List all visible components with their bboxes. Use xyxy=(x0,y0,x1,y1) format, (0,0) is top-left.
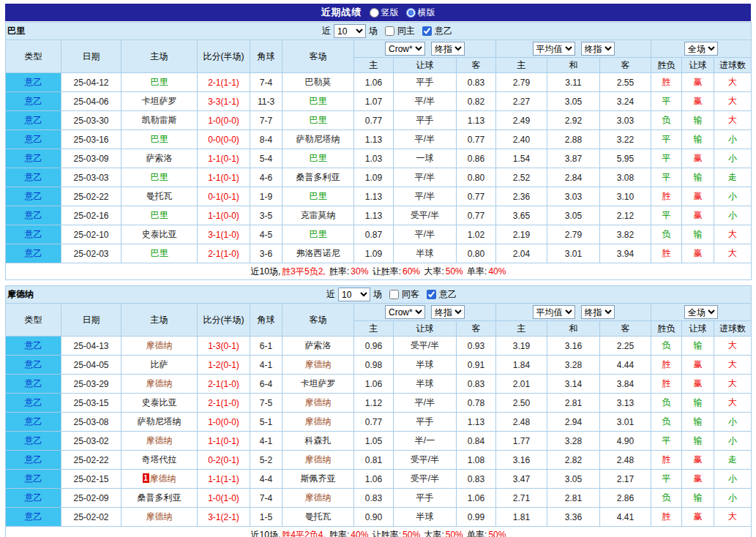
corner-cell: 4-6 xyxy=(250,168,282,187)
layout-vertical-radio[interactable] xyxy=(370,8,379,18)
result-outcome-cell: 负 xyxy=(651,394,682,413)
odds-cell: 1.02 xyxy=(457,225,496,244)
match-row: 意乙25-02-22奇塔代拉0-2(0-1)5-2摩德纳0.81受平/半1.08… xyxy=(6,451,752,470)
odds-cell: 平手 xyxy=(394,489,457,508)
league-cell: 意乙 xyxy=(6,168,61,187)
average-stage-select[interactable]: 终指 xyxy=(581,305,615,319)
summary-segment: 让胜率: xyxy=(370,266,401,277)
home-team-cell: 巴里 xyxy=(121,168,198,187)
home-team-name: 萨勒尼塔纳 xyxy=(138,416,181,427)
away-team-name: 摩德纳 xyxy=(305,397,332,408)
average-stage-select[interactable]: 终指 xyxy=(581,42,615,56)
column-header: 主场 xyxy=(121,40,198,73)
bookmaker-select[interactable]: Crow* xyxy=(385,42,425,56)
date-cell: 25-04-13 xyxy=(61,337,121,356)
result-outcome-cell: 平 xyxy=(651,149,682,168)
odds-cell: 平/半 xyxy=(394,92,457,111)
odds-cell: 3.13 xyxy=(600,394,651,413)
result-goals-cell: 小 xyxy=(714,130,752,149)
result-outcome-cell: 胜 xyxy=(651,187,682,206)
layout-vertical-option[interactable]: 竖版 xyxy=(370,7,399,19)
home-team-name: 巴里 xyxy=(151,210,168,220)
result-handicap-cell: 赢 xyxy=(682,451,714,470)
league-cell: 意乙 xyxy=(6,92,61,111)
bookmaker-select[interactable]: Crow* xyxy=(385,305,425,319)
odds-cell: 0.78 xyxy=(457,394,496,413)
odds-cell: 3.11 xyxy=(547,73,600,92)
summary-segment: 大率: xyxy=(422,266,444,277)
result-outcome-cell: 负 xyxy=(651,337,682,356)
away-team-cell: 巴里 xyxy=(282,149,354,168)
home-team-name: 巴里 xyxy=(151,248,168,258)
odds-cell: 2.79 xyxy=(547,225,600,244)
away-team-cell: 摩德纳 xyxy=(282,489,354,508)
result-goals-cell: 大 xyxy=(714,225,752,244)
score-cell: 2-1(1-0) xyxy=(198,394,250,413)
near-label: 近 xyxy=(322,25,331,37)
column-header: 主 xyxy=(496,58,547,73)
home-team-cell: 萨索洛 xyxy=(121,149,198,168)
home-team-cell: 摩德纳 xyxy=(121,432,198,451)
league-filter-checkbox[interactable] xyxy=(427,290,436,299)
league-filter-checkbox[interactable] xyxy=(422,26,432,36)
layout-horizontal-radio[interactable] xyxy=(406,8,416,18)
odds-cell: 半球 xyxy=(394,375,457,394)
bookmaker-stage-select[interactable]: 终指 xyxy=(431,42,465,56)
odds-cell: 平/半 xyxy=(394,168,457,187)
home-team-cell: 巴里 xyxy=(121,73,198,92)
average-select[interactable]: 平均值 xyxy=(533,42,575,56)
corner-cell: 7-5 xyxy=(250,394,282,413)
same-venue-checkbox[interactable] xyxy=(385,26,394,36)
match-row: 意乙25-03-16巴里0-0(0-0)8-4萨勒尼塔纳1.13平/半0.772… xyxy=(6,130,752,149)
league-cell: 意乙 xyxy=(6,375,61,394)
away-team-cell: 克雷莫纳 xyxy=(282,206,354,225)
home-team-cell: 萨勒尼塔纳 xyxy=(121,413,198,432)
odds-cell: 0.96 xyxy=(354,337,394,356)
corner-cell: 11-3 xyxy=(250,92,282,111)
date-cell: 25-03-03 xyxy=(61,168,121,187)
recent-count-select[interactable]: 10 xyxy=(334,24,366,38)
average-select[interactable]: 平均值 xyxy=(533,305,575,319)
column-header: 和 xyxy=(547,58,600,73)
odds-cell: 0.80 xyxy=(457,168,496,187)
odds-cell: 平手 xyxy=(394,111,457,130)
near-label: 近 xyxy=(326,288,335,301)
match-row: 意乙25-04-12巴里2-1(1-1)7-4巴勒莫1.06平手0.832.79… xyxy=(6,73,752,92)
corner-cell: 7-4 xyxy=(250,489,282,508)
bookmaker-stage-select[interactable]: 终指 xyxy=(431,305,465,319)
odds-cell: 0.77 xyxy=(354,413,394,432)
odds-cell: 1.06 xyxy=(354,73,394,92)
recent-count-select[interactable]: 10 xyxy=(338,288,370,301)
odds-cell: 一球 xyxy=(394,149,457,168)
match-row: 意乙25-03-02摩德纳1-1(0-1)4-1科森扎1.05半/一0.841.… xyxy=(6,432,752,451)
away-team-cell: 摩德纳 xyxy=(282,356,354,375)
fulltime-scope-select[interactable]: 全场 xyxy=(684,305,718,319)
summary-segment: 50% xyxy=(446,266,463,277)
result-outcome-cell: 胜 xyxy=(651,244,682,263)
away-team-name: 巴里 xyxy=(310,229,327,239)
odds-cell: 1.05 xyxy=(354,432,394,451)
odds-cell: 3.94 xyxy=(600,244,651,263)
column-header: 让球 xyxy=(682,58,714,73)
page: 近期战绩 竖版 横版 巴里近10场同主意乙类型日期主场比分(半场)角球客场Cro… xyxy=(5,4,751,537)
score-cell: 0-2(0-1) xyxy=(198,451,250,470)
column-header: 客 xyxy=(457,58,496,73)
fulltime-scope-select[interactable]: 全场 xyxy=(684,42,718,56)
away-team-name: 摩德纳 xyxy=(305,416,332,427)
odds-cell: 2.52 xyxy=(496,168,547,187)
layout-horizontal-option[interactable]: 横版 xyxy=(406,7,435,19)
date-cell: 25-03-16 xyxy=(61,130,121,149)
summary-row: 近10场,胜4平2负4, 胜率:40% 让胜率:50% 大率:50% 单率:50… xyxy=(6,527,752,537)
away-team-name: 摩德纳 xyxy=(305,454,332,465)
match-row: 意乙25-02-10史泰比亚3-1(1-0)4-5巴里0.87平/半1.022.… xyxy=(6,225,752,244)
same-venue-checkbox[interactable] xyxy=(389,290,399,299)
odds-group-header: Crow*终指 xyxy=(354,304,496,321)
league-filter-label: 意乙 xyxy=(439,288,457,301)
odds-cell: 1.13 xyxy=(457,111,496,130)
odds-cell: 3.65 xyxy=(496,206,547,225)
odds-cell: 平/半 xyxy=(394,225,457,244)
result-handicap-cell: 赢 xyxy=(682,206,714,225)
odds-cell: 2.55 xyxy=(600,73,651,92)
result-handicap-cell: 赢 xyxy=(682,508,714,527)
home-team-name: 巴里 xyxy=(151,134,168,144)
